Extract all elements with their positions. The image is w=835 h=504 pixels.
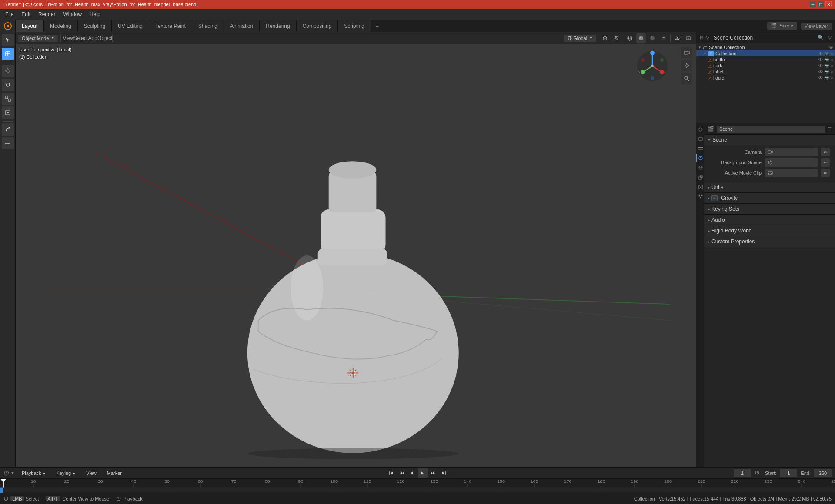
movie-clip-select-icon[interactable]: ✏ <box>821 169 830 177</box>
add-workspace-button[interactable]: + <box>371 20 383 32</box>
gravity-checkbox[interactable] <box>711 195 718 201</box>
keying-menu-btn[interactable]: Keying ▼ <box>53 470 80 477</box>
prop-section-audio-header[interactable]: Audio <box>704 215 835 225</box>
tool-transform[interactable] <box>2 106 14 119</box>
playback-menu-btn[interactable]: Playback ▼ <box>18 470 50 477</box>
view-menu-btn-timeline[interactable]: View <box>83 470 100 477</box>
prop-tab-modifier[interactable] <box>696 182 704 191</box>
step-forward-btn[interactable] <box>428 468 438 478</box>
tool-cursor[interactable] <box>2 34 14 46</box>
prop-tab-render[interactable] <box>696 125 704 134</box>
menu-render[interactable]: Render <box>35 10 59 18</box>
minimize-button[interactable]: ─ <box>810 1 816 7</box>
view-layer-selector[interactable]: View Layer <box>801 23 832 30</box>
eye-icon-cork[interactable]: 👁 <box>818 63 823 68</box>
camera-select-icon[interactable]: ✏ <box>821 148 830 156</box>
view-menu-btn[interactable]: View <box>63 33 73 43</box>
prop-scene-name-input[interactable]: Scene <box>717 126 825 133</box>
object-mode-selector[interactable]: Object Mode ▼ <box>18 35 58 42</box>
add-menu-btn[interactable]: Add <box>88 33 97 43</box>
background-scene-select-icon[interactable]: ✏ <box>821 158 830 167</box>
eye-icon-2[interactable]: 👁 <box>818 51 823 56</box>
tool-move[interactable] <box>2 65 14 77</box>
tab-shading[interactable]: Shading <box>192 20 224 32</box>
prop-section-scene-header[interactable]: Scene <box>704 135 835 145</box>
tab-compositing[interactable]: Compositing <box>297 20 338 32</box>
outliner-filter-btn[interactable]: ▽ <box>828 35 832 40</box>
prop-section-keying-sets-header[interactable]: Keying Sets <box>704 204 835 214</box>
current-frame-input[interactable] <box>734 469 751 477</box>
outliner-item-cork[interactable]: △ cork 👁 📷 ○ <box>696 63 835 69</box>
tool-scale[interactable] <box>2 93 14 105</box>
solid-btn[interactable] <box>636 33 646 43</box>
proportional-edit-btn[interactable] <box>611 33 621 43</box>
3d-viewport[interactable]: Object Mode ▼ View Select Add Object Glo… <box>16 32 696 467</box>
jump-to-start-btn[interactable] <box>387 468 396 478</box>
prop-tab-output[interactable] <box>696 135 704 143</box>
tab-texture-paint[interactable]: Texture Paint <box>149 20 192 32</box>
camera-value[interactable] <box>765 148 818 156</box>
background-scene-value[interactable] <box>765 158 818 167</box>
tab-scripting[interactable]: Scripting <box>338 20 371 32</box>
timeline-dropdown-icon[interactable]: ▼ <box>10 471 15 475</box>
prop-tab-object[interactable] <box>696 173 704 182</box>
tool-annotate[interactable] <box>2 123 14 136</box>
maximize-button[interactable]: □ <box>818 1 824 7</box>
menu-edit[interactable]: Edit <box>18 10 34 18</box>
eye-icon[interactable]: 👁 <box>829 45 833 50</box>
jump-to-end-btn[interactable] <box>439 468 448 478</box>
active-movie-clip-value[interactable] <box>765 169 818 177</box>
prop-panel-options-icon[interactable]: ☰ <box>828 126 832 131</box>
close-button[interactable]: ✕ <box>825 1 832 7</box>
viewport-search-btn[interactable] <box>681 73 692 84</box>
prop-section-custom-properties-header[interactable]: Custom Properties <box>704 236 835 247</box>
viewport-camera-btn[interactable] <box>681 47 692 58</box>
end-frame-input[interactable] <box>814 469 832 477</box>
menu-file[interactable]: File <box>2 10 17 18</box>
viewport-scene[interactable] <box>16 44 696 467</box>
tool-select[interactable] <box>2 48 14 60</box>
overlay-btn[interactable] <box>672 33 682 43</box>
snap-toggle-btn[interactable] <box>600 33 610 43</box>
object-menu-btn[interactable]: Object <box>100 33 110 43</box>
eye-icon-liquid[interactable]: 👁 <box>818 76 823 80</box>
global-local-toggle[interactable]: Global ▼ <box>564 35 596 42</box>
eye-icon-bottle[interactable]: 👁 <box>818 57 823 62</box>
play-forward-btn[interactable] <box>418 468 428 478</box>
rendered-btn[interactable] <box>659 33 668 43</box>
xray-btn[interactable] <box>684 33 693 43</box>
scene-selector[interactable]: 🎬 Scene <box>767 22 797 30</box>
menu-help[interactable]: Help <box>86 10 104 18</box>
tool-measure[interactable] <box>2 137 14 149</box>
outliner-item-label[interactable]: △ label 👁 📷 ○ <box>696 69 835 75</box>
outliner-scene-collection[interactable]: ▼ 🗃 Scene Collection 👁 <box>696 44 835 50</box>
outliner-collection[interactable]: ▼ □ Collection 👁 📷 ○ <box>696 50 835 56</box>
step-back-btn[interactable] <box>397 468 407 478</box>
prop-section-units-header[interactable]: Units <box>704 182 835 192</box>
prop-tab-scene[interactable] <box>696 154 704 162</box>
prop-tab-view-layer[interactable] <box>696 144 704 153</box>
wireframe-btn[interactable] <box>625 33 635 43</box>
tab-modeling[interactable]: Modeling <box>44 20 78 32</box>
tab-rendering[interactable]: Rendering <box>260 20 296 32</box>
outliner-item-liquid[interactable]: △ liquid 👁 📷 ○ <box>696 75 835 81</box>
material-preview-btn[interactable] <box>648 33 657 43</box>
menu-window[interactable]: Window <box>60 10 85 18</box>
navigation-gizmo[interactable]: Z X Y <box>635 49 670 83</box>
play-back-btn[interactable] <box>407 468 417 478</box>
tool-rotate[interactable] <box>2 79 14 91</box>
outliner-search-btn[interactable]: 🔍 <box>818 35 824 40</box>
select-menu-btn[interactable]: Select <box>76 33 85 43</box>
start-frame-input[interactable] <box>780 469 797 477</box>
outliner-item-bottle[interactable]: △ bottle 👁 📷 ○ <box>696 56 835 63</box>
prop-section-gravity-header[interactable]: Gravity <box>704 193 835 203</box>
marker-menu-btn[interactable]: Marker <box>104 470 125 477</box>
tab-uv-editing[interactable]: UV Editing <box>112 20 149 32</box>
viewport-snap-btn[interactable] <box>681 60 692 71</box>
prop-tab-particles[interactable] <box>696 192 704 201</box>
prop-section-rigid-body-world-header[interactable]: Rigid Body World <box>704 225 835 236</box>
prop-tab-world[interactable] <box>696 163 704 172</box>
tab-layout[interactable]: Layout <box>16 20 44 32</box>
tab-animation[interactable]: Animation <box>224 20 260 32</box>
tab-sculpting[interactable]: Sculpting <box>78 20 112 32</box>
